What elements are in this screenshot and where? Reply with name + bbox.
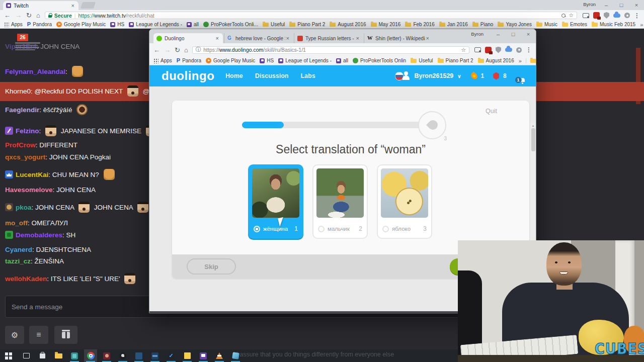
taskbar-obs[interactable] — [116, 349, 129, 362]
bookmark-google-play-music[interactable]: Google Play Music — [206, 58, 255, 63]
tab-close-icon[interactable]: × — [285, 35, 290, 41]
bookmark-propokertools[interactable]: ProPokerTools Onlin — [353, 58, 406, 63]
chat-username[interactable]: Felynarn_Aleandal — [5, 68, 65, 75]
reload-icon[interactable]: ↻ — [175, 47, 180, 53]
chat-username[interactable]: Cyanerd — [5, 246, 32, 253]
bookmark-google-play-music[interactable]: Google Play Music — [56, 22, 106, 27]
chat-username[interactable]: Havesomelove — [5, 186, 53, 194]
bookmark-league[interactable]: League of Legends - — [278, 58, 332, 63]
chat-username[interactable]: Viper3Er4 — [5, 44, 37, 50]
bookmark-star-icon[interactable]: ☆ — [461, 47, 466, 53]
cloud-extension-icon[interactable] — [613, 14, 620, 18]
nav-discussion[interactable]: Discussion — [255, 72, 289, 79]
duolingo-logo[interactable]: duolingo — [162, 69, 214, 83]
cloud-extension-icon[interactable] — [505, 48, 512, 52]
extension-icon[interactable] — [624, 13, 630, 18]
forward-icon[interactable]: → — [15, 12, 22, 19]
taskbar-chrome[interactable] — [84, 349, 97, 362]
tab-wikipedia[interactable]: Shin (letter) - Wikipedia× — [364, 33, 433, 43]
tab-close-icon[interactable]: × — [215, 35, 220, 41]
taskbar-twitch[interactable] — [197, 349, 210, 362]
bookmark-all[interactable]: all — [187, 22, 199, 27]
skip-button[interactable]: Skip — [187, 258, 236, 275]
scroll-up-icon[interactable]: ▴ — [530, 123, 536, 128]
quit-button[interactable]: Quit — [486, 108, 497, 115]
chat-username[interactable]: Demobalderes — [16, 231, 62, 239]
cast-icon[interactable] — [474, 47, 481, 52]
taskbar-file-explorer[interactable] — [52, 349, 65, 362]
close-button[interactable]: × — [629, 0, 644, 10]
adblock-icon[interactable] — [485, 47, 492, 53]
choice-card-woman[interactable]: жёнщина1 — [248, 164, 303, 239]
bookmark-apps[interactable]: Apps — [153, 58, 172, 63]
bookmark-all[interactable]: all — [336, 58, 348, 63]
choice-card-apple[interactable]: яблоко3 — [377, 164, 432, 239]
chrome-menu-icon[interactable]: ⋮ — [526, 46, 532, 53]
bookmark-folder-august-2016[interactable]: August 2016 — [330, 22, 366, 27]
bookmark-folder-useful[interactable]: Useful — [263, 22, 285, 27]
bookmark-league[interactable]: League of Legends - — [129, 22, 182, 27]
back-icon[interactable]: ← — [153, 47, 160, 53]
bookmark-folder-piano-part-2[interactable]: Piano Part 2 — [289, 22, 325, 27]
taskbar-check-app[interactable]: ✓ — [165, 349, 178, 362]
info-icon[interactable]: ⓘ — [196, 46, 201, 53]
bookmark-folder-useful[interactable]: Useful — [411, 58, 433, 63]
bookmark-folder-piano[interactable]: Piano — [472, 22, 494, 27]
minimize-button[interactable]: – — [491, 29, 506, 39]
chat-username[interactable]: tazzi_cz — [5, 257, 31, 265]
minimize-button[interactable]: – — [599, 0, 614, 10]
chat-username[interactable]: Felzino — [16, 127, 39, 135]
new-tab-button[interactable] — [80, 2, 96, 9]
taskbar-teal-app[interactable] — [68, 349, 81, 362]
bookmark-star-icon[interactable]: ☆ — [569, 12, 574, 19]
home-icon[interactable]: ⌂ — [184, 47, 188, 53]
language-flag-avatar[interactable] — [395, 71, 410, 80]
bookmark-folder-music[interactable]: Music — [536, 22, 557, 27]
bookmark-hs[interactable]: HS — [110, 22, 124, 27]
chrome-profile-label[interactable]: Byron — [583, 2, 596, 7]
bookmark-pandora[interactable]: Pandora — [27, 22, 52, 27]
chat-settings-button[interactable]: ⚙ — [5, 326, 24, 344]
maximize-button[interactable]: □ — [614, 0, 629, 10]
cast-icon[interactable] — [583, 13, 589, 18]
choice-card-boy[interactable]: мальчик2 — [312, 164, 368, 239]
zoom-icon[interactable] — [561, 14, 566, 18]
reload-icon[interactable]: ↻ — [26, 12, 32, 19]
task-view-button[interactable] — [20, 349, 33, 362]
taskbar-sticky-notes[interactable] — [181, 349, 194, 362]
extension-icon[interactable] — [516, 47, 522, 53]
bookmark-folder-may-2016[interactable]: May 2016 — [371, 22, 401, 27]
taskbar-blue-app-2[interactable] — [148, 349, 162, 362]
bookmark-folder-jan-2016[interactable]: Jan 2016 — [439, 22, 468, 27]
tab-google-search[interactable]: hebrew love - Google Se× — [224, 33, 293, 43]
chat-username[interactable]: wellohKaden — [5, 275, 47, 283]
adblock-icon[interactable] — [593, 12, 600, 19]
close-button[interactable]: × — [521, 29, 536, 39]
shield-extension-icon[interactable] — [604, 12, 609, 19]
tab-russian-letters[interactable]: Type Russian letters - o× — [294, 33, 363, 43]
chat-username[interactable]: Khorne0 — [5, 87, 31, 95]
bookmark-folder-music-feb-2015[interactable]: Music Feb 2015 — [592, 22, 635, 27]
home-icon[interactable]: ⌂ — [36, 12, 40, 19]
bookmark-hs[interactable]: HS — [260, 58, 274, 63]
bookmark-folder-emotes[interactable]: Emotes — [562, 22, 587, 27]
chrome-menu-icon[interactable]: ⋮ — [634, 12, 640, 19]
username-menu[interactable]: Byron261529 — [414, 72, 453, 79]
tab-close-icon[interactable]: × — [70, 3, 75, 9]
start-button[interactable] — [4, 349, 17, 362]
back-icon[interactable]: ← — [4, 12, 11, 19]
tab-twitch[interactable]: Twitch × — [3, 1, 78, 10]
taskbar-vlc[interactable] — [213, 349, 226, 362]
bookmark-folder-feb-2016[interactable]: Feb 2016 — [405, 22, 434, 27]
scrollbar-thumb[interactable] — [531, 128, 535, 151]
chat-username[interactable]: qxcs_yogurt — [5, 153, 45, 161]
bookmark-folder-piano-part-2[interactable]: Piano Part 2 — [438, 58, 473, 63]
nav-home[interactable]: Home — [225, 72, 243, 79]
taskbar-store[interactable] — [36, 349, 49, 362]
maximize-button[interactable]: □ — [506, 29, 521, 39]
taskbar-blue-app-1[interactable] — [132, 349, 145, 362]
tab-close-icon[interactable]: × — [425, 35, 430, 41]
bookmark-propokertools[interactable]: ProPokerTools Onli... — [203, 22, 258, 27]
bookmark-pandora[interactable]: Pandora — [177, 58, 201, 63]
tab-duolingo[interactable]: Duolingo× — [153, 33, 223, 43]
